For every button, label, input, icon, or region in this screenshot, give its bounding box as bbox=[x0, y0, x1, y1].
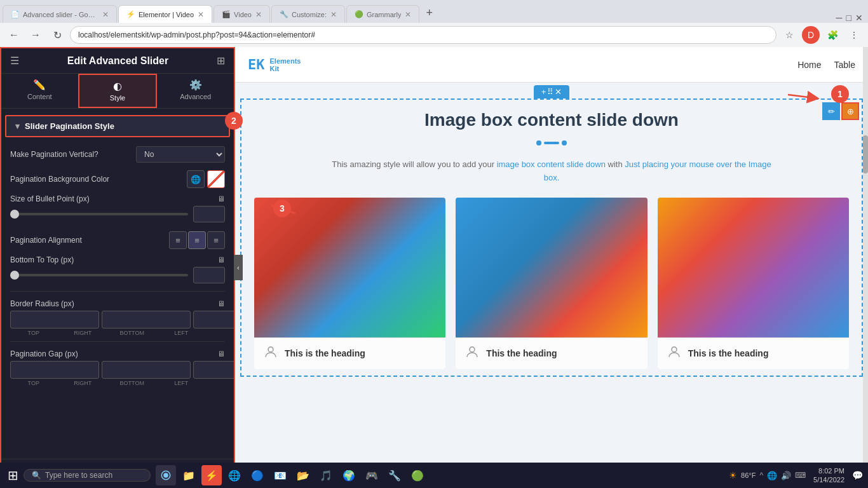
tab4-close[interactable]: ✕ bbox=[330, 10, 337, 19]
tab5-favicon: 🟢 bbox=[355, 10, 363, 19]
taskbar-app-folder[interactable]: 📂 bbox=[293, 465, 313, 485]
right-scrollbar[interactable] bbox=[863, 47, 868, 488]
new-tab-button[interactable]: + bbox=[426, 6, 433, 20]
tab-advanced[interactable]: ⚙️ Advanced bbox=[157, 74, 234, 108]
browser-tabs-bar: 📄 Advanced slider - Google Do... ✕ ⚡ Ele… bbox=[0, 0, 868, 23]
collapse-panel-button[interactable]: ‹ bbox=[234, 255, 243, 280]
taskbar-app-browser[interactable]: 🌍 bbox=[339, 465, 359, 485]
tab1-close[interactable]: ✕ bbox=[102, 10, 109, 19]
extensions-button[interactable]: 🧩 bbox=[824, 26, 841, 44]
windows-taskbar: ⊞ 🔍 Type here to search 📁 ⚡ 🌐 🔵 📧 📂 🎵 🌍 … bbox=[0, 463, 868, 488]
browser-tab-1[interactable]: 📄 Advanced slider - Google Do... ✕ bbox=[3, 5, 117, 23]
canvas-dashed-wrapper: ✏ ⊕ Image box content slide down This am… bbox=[240, 98, 863, 377]
ek-logo: EK Elements Kit bbox=[248, 57, 301, 72]
nav-table[interactable]: Table bbox=[834, 60, 855, 70]
bottom-to-top-slider[interactable] bbox=[10, 274, 188, 276]
bookmark-button[interactable]: ☆ bbox=[780, 26, 798, 44]
section-header[interactable]: ▾ Slider Pagination Style bbox=[5, 115, 230, 137]
tab-style[interactable]: ◐ Style bbox=[78, 74, 158, 108]
canvas-move-button[interactable]: ⠿ bbox=[547, 87, 553, 97]
pagination-gap-top-input[interactable] bbox=[10, 361, 99, 379]
panel-title: Edit Advanced Slider bbox=[67, 55, 168, 67]
pagination-gap-bottom-input[interactable] bbox=[193, 361, 234, 379]
browser-tab-5[interactable]: 🟢 Grammarly ✕ bbox=[346, 5, 419, 23]
nav-back-button[interactable]: ← bbox=[5, 26, 23, 44]
canvas-add-button[interactable]: + bbox=[541, 87, 546, 97]
panel-hamburger-icon[interactable]: ☰ bbox=[10, 55, 19, 67]
scrollbar-thumb[interactable] bbox=[863, 135, 868, 173]
address-bar[interactable] bbox=[70, 26, 776, 44]
taskbar-app-media[interactable]: 🎵 bbox=[316, 465, 336, 485]
taskbar-app-elementor[interactable]: ⚡ bbox=[201, 465, 222, 485]
border-radius-bottom-input[interactable] bbox=[193, 311, 234, 329]
border-radius-right-input[interactable] bbox=[102, 311, 191, 329]
tab1-favicon: 📄 bbox=[11, 10, 20, 19]
nav-refresh-button[interactable]: ↻ bbox=[48, 26, 66, 44]
browser-tab-4[interactable]: 🔧 Customize: ✕ bbox=[271, 5, 345, 23]
tab3-close[interactable]: ✕ bbox=[255, 10, 262, 19]
start-button[interactable]: ⊞ bbox=[5, 465, 21, 485]
tab-maximize-button[interactable]: □ bbox=[846, 13, 851, 23]
image-card-1-img bbox=[254, 198, 445, 337]
taskbar-app-tool[interactable]: 🔧 bbox=[384, 465, 405, 485]
ek-logo-icon: EK bbox=[248, 57, 265, 72]
taskbar-app-files[interactable]: 📁 bbox=[179, 465, 199, 485]
taskbar-search[interactable]: 🔍 Type here to search bbox=[24, 469, 151, 482]
card-1-title: This is the heading bbox=[285, 348, 365, 358]
canvas-close-button[interactable]: ✕ bbox=[555, 87, 562, 97]
border-radius-label: Border Radius (px) bbox=[10, 299, 212, 308]
pagination-gap-right-input[interactable] bbox=[102, 361, 191, 379]
make-pagination-vertical-select[interactable]: No Yes bbox=[136, 146, 225, 163]
tab2-close[interactable]: ✕ bbox=[198, 10, 204, 19]
annotation-1: 1 bbox=[831, 85, 849, 103]
align-left-button[interactable]: ≡ bbox=[169, 231, 187, 249]
pagination-bg-color-row: Pagination Background Color 🌐 bbox=[1, 166, 234, 192]
tab-content[interactable]: ✏️ Content bbox=[1, 74, 78, 108]
content-description: This amazing style will allow you to add… bbox=[329, 158, 774, 185]
nav-forward-button[interactable]: → bbox=[27, 26, 44, 44]
bottom-to-top-label: Bottom To Top (px) bbox=[10, 255, 212, 264]
nav-home[interactable]: Home bbox=[797, 60, 821, 70]
canvas-edit-button[interactable]: ✏ bbox=[822, 102, 840, 120]
clear-color-button[interactable] bbox=[207, 170, 225, 188]
menu-button[interactable]: ⋮ bbox=[845, 26, 863, 44]
search-placeholder-text: Type here to search bbox=[45, 471, 112, 480]
tab-close-button[interactable]: ✕ bbox=[855, 13, 863, 23]
volume-icon[interactable]: 🔊 bbox=[781, 471, 791, 480]
tab-minimize-button[interactable]: ─ bbox=[836, 13, 843, 23]
profile-button[interactable]: D bbox=[802, 26, 820, 44]
notification-chevron[interactable]: ^ bbox=[759, 471, 763, 480]
panel-grid-icon[interactable]: ⊞ bbox=[217, 55, 225, 67]
browser-tab-3[interactable]: 🎬 Video ✕ bbox=[214, 5, 270, 23]
image-card-2-footer: This the heading bbox=[456, 338, 647, 369]
image-card-1: This is the heading bbox=[254, 198, 445, 369]
notification-button[interactable]: 💬 bbox=[852, 470, 863, 480]
taskbar-app-chrome[interactable]: 🔵 bbox=[247, 465, 268, 485]
border-top-label: TOP bbox=[10, 330, 57, 336]
svg-point-6 bbox=[163, 473, 168, 478]
globe-icon-button[interactable]: 🌐 bbox=[187, 170, 205, 188]
card-2-icon bbox=[465, 344, 480, 363]
size-bullet-monitor-icon: 🖥 bbox=[217, 194, 225, 203]
browser-tab-2[interactable]: ⚡ Elementor | Video ✕ bbox=[118, 5, 212, 23]
align-center-button[interactable]: ≡ bbox=[188, 231, 206, 249]
size-bullet-label: Size of Bullet Point (px) bbox=[10, 194, 212, 203]
tab3-label: Video bbox=[234, 11, 252, 18]
image-cards-grid: This is the heading This the heading bbox=[254, 198, 849, 369]
keyboard-icon[interactable]: ⌨ bbox=[795, 471, 806, 480]
content-tab-label: Content bbox=[27, 93, 52, 100]
taskbar-app-game[interactable]: 🎮 bbox=[362, 465, 382, 485]
taskbar-app-cortana[interactable] bbox=[156, 465, 176, 485]
network-icon[interactable]: 🌐 bbox=[767, 471, 777, 480]
canvas-duplicate-button[interactable]: ⊕ bbox=[841, 102, 859, 120]
pagination-gap-label: Pagination Gap (px) bbox=[10, 349, 212, 358]
taskbar-app-edge[interactable]: 🌐 bbox=[224, 465, 245, 485]
size-bullet-slider[interactable] bbox=[10, 213, 188, 215]
taskbar-app-green[interactable]: 🟢 bbox=[407, 465, 428, 485]
align-right-button[interactable]: ≡ bbox=[207, 231, 225, 249]
make-pagination-vertical-row: Make Pagination Vertical? No Yes bbox=[1, 142, 234, 166]
taskbar-app-email[interactable]: 📧 bbox=[270, 465, 290, 485]
sys-tray: ☀ 86°F ^ 🌐 🔊 ⌨ bbox=[729, 470, 806, 480]
border-radius-top-input[interactable] bbox=[10, 311, 99, 329]
tab5-close[interactable]: ✕ bbox=[405, 10, 411, 19]
